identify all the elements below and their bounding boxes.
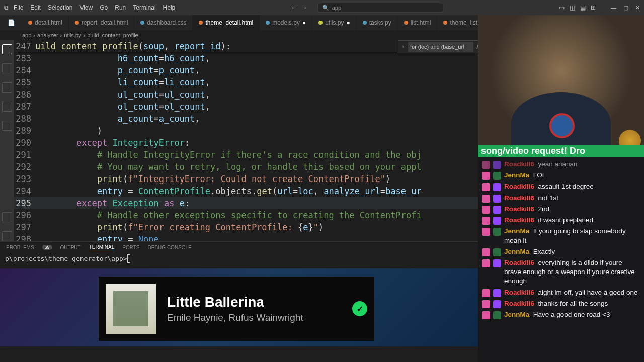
search-icon[interactable] <box>2 63 12 73</box>
activity-bar[interactable] <box>0 40 14 241</box>
panel-tab-ports[interactable]: PORTS <box>122 245 139 250</box>
menu-help[interactable]: Help <box>163 4 176 11</box>
titlebar: ⧉ FileEditSelectionViewGoRunTerminalHelp… <box>0 0 644 15</box>
chat-badge-icon <box>482 248 490 256</box>
tab-report_detail-html[interactable]: report_detail.html <box>69 15 135 30</box>
settings-icon[interactable] <box>2 231 12 241</box>
account-icon[interactable] <box>2 212 12 222</box>
chat-message: JennMa Exactly <box>482 247 640 256</box>
prompt-text: p\projects\theme_generator\app> <box>5 255 127 262</box>
chat-badge-icon <box>482 183 490 191</box>
chat-username[interactable]: JennMa <box>504 248 529 255</box>
command-center[interactable]: 🔍 app <box>317 3 443 13</box>
chat-message: Roadkill6 assault 1st degree <box>482 182 640 191</box>
chat-badge-icon <box>482 289 490 297</box>
chat-username[interactable]: Roadkill6 <box>504 300 534 307</box>
tab-detail-html[interactable]: detail.html <box>22 15 69 30</box>
chat-badge-icon <box>493 289 501 297</box>
chat-badge-icon <box>493 206 501 214</box>
chat-username[interactable]: Roadkill6 <box>504 216 534 224</box>
tab-list-html[interactable]: list.html <box>398 15 438 30</box>
chat-badge-icon <box>493 228 501 236</box>
chat-message: JennMa LOL <box>482 171 640 180</box>
menu-edit[interactable]: Edit <box>30 4 41 11</box>
chat-badge-icon <box>493 259 501 267</box>
chat-badge-icon <box>482 172 490 180</box>
panel-tab-debug console[interactable]: DEBUG CONSOLE <box>148 245 192 250</box>
stream-banner: song/video request! Dro <box>478 145 644 157</box>
chat-badge-icon <box>482 206 490 214</box>
menu-bar: FileEditSelectionViewGoRunTerminalHelp <box>14 4 175 11</box>
find-input[interactable] <box>408 42 473 52</box>
scm-icon[interactable] <box>2 82 12 93</box>
menu-selection[interactable]: Selection <box>48 4 72 11</box>
maximize-icon[interactable]: ▢ <box>623 5 628 11</box>
tab-theme_detail-html[interactable]: theme_detail.html <box>193 15 260 30</box>
tab-utils-py[interactable]: utils.py● <box>312 15 357 30</box>
menu-run[interactable]: Run <box>115 4 126 11</box>
chat-message: Roadkill6 not 1st <box>482 194 640 203</box>
explorer-icon[interactable] <box>2 44 12 54</box>
chat-username[interactable]: Roadkill6 <box>504 205 534 213</box>
chat-badge-icon <box>482 195 490 203</box>
spotify-artist: Emile Haynie, Rufus Wainwright <box>167 312 341 323</box>
chat-badge-icon <box>482 161 490 169</box>
stream-chat[interactable]: Roadkill6 yean anananJennMa LOLRoadkill6… <box>478 157 644 362</box>
chat-badge-icon <box>493 172 501 180</box>
webcam-overlay <box>478 15 644 155</box>
chat-message: Roadkill6 thanks for all the songs <box>482 299 640 308</box>
panel-tab-output[interactable]: OUTPUT <box>60 245 81 250</box>
tab-tasks-py[interactable]: tasks.py <box>357 15 398 30</box>
terminal-prompt[interactable]: p\projects\theme_generator\app> <box>0 253 523 269</box>
menu-view[interactable]: View <box>79 4 93 11</box>
chat-badge-icon <box>493 248 501 256</box>
panel-tab-problems[interactable]: PROBLEMS <box>6 245 34 250</box>
chat-username[interactable]: JennMa <box>504 171 529 179</box>
chat-message: JennMa Have a good one road <3 <box>482 310 640 319</box>
chat-badge-icon <box>482 300 490 308</box>
album-art <box>106 284 156 334</box>
chat-message: JennMa If your going to slap somebody me… <box>482 227 640 245</box>
chat-badge-icon <box>493 161 501 169</box>
chat-username[interactable]: JennMa <box>504 227 529 235</box>
chat-username[interactable]: Roadkill6 <box>504 289 534 296</box>
tab-dashboard-css[interactable]: dashboard.css <box>134 15 193 30</box>
extensions-icon[interactable] <box>2 121 12 131</box>
spotify-title: Little Ballerina <box>167 294 341 310</box>
menu-file[interactable]: File <box>14 4 23 11</box>
panel-tab-terminal[interactable]: TERMINAL <box>89 244 115 250</box>
chat-message: Roadkill6 aight im off, yall have a good… <box>482 288 640 297</box>
chat-badge-icon <box>482 217 490 225</box>
chat-username[interactable]: Roadkill6 <box>504 183 534 190</box>
menu-go[interactable]: Go <box>100 4 108 11</box>
minimize-icon[interactable]: — <box>611 5 616 11</box>
chat-badge-icon <box>493 217 501 225</box>
search-text: app <box>332 5 341 11</box>
chat-badge-icon <box>493 195 501 203</box>
close-icon[interactable]: ✕ <box>635 5 640 11</box>
activity-files-icon[interactable]: 📄 <box>0 19 22 26</box>
chat-badge-icon <box>482 311 490 319</box>
chat-username[interactable]: JennMa <box>504 311 529 318</box>
menu-terminal[interactable]: Terminal <box>133 4 155 11</box>
chat-message: Roadkill6 everything is a dildo if youre… <box>482 258 640 286</box>
debug-icon[interactable] <box>2 102 12 112</box>
chat-badge-icon <box>482 228 490 236</box>
chat-badge-icon <box>493 300 501 308</box>
chat-badge-icon <box>493 311 501 319</box>
chat-message: Roadkill6 it wasnt preplaned <box>482 216 640 225</box>
chat-message: Roadkill6 yean ananan <box>482 160 640 169</box>
chat-message: Roadkill6 2nd <box>482 205 640 214</box>
spotify-notification: Little Ballerina Emile Haynie, Rufus Wai… <box>99 277 374 341</box>
chat-username[interactable]: Roadkill6 <box>504 194 534 202</box>
chat-badge-icon <box>493 183 501 191</box>
check-icon: ✓ <box>352 301 367 316</box>
chat-badge-icon <box>482 259 490 267</box>
chat-username[interactable]: Roadkill6 <box>504 160 534 168</box>
tab-models-py[interactable]: models.py● <box>260 15 312 30</box>
layout-icons[interactable]: ▭◫▤⊞ <box>559 4 596 11</box>
chat-username[interactable]: Roadkill6 <box>504 259 534 266</box>
